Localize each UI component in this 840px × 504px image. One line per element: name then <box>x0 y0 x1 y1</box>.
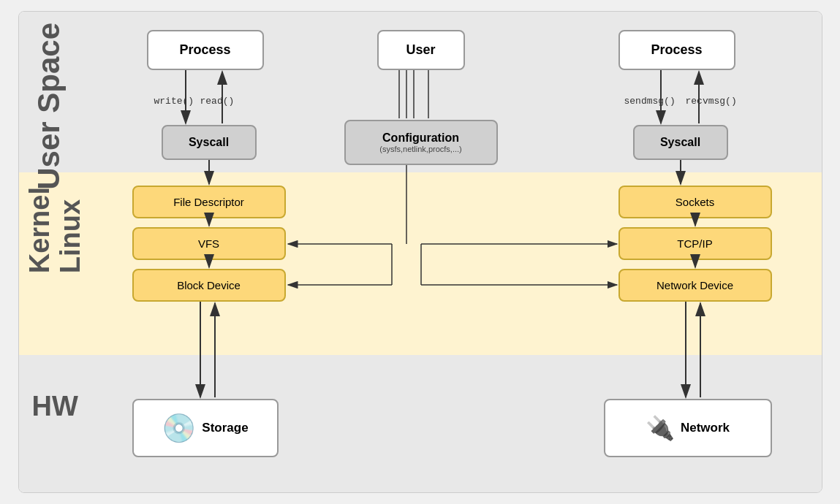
block-device-box: Block Device <box>132 269 286 302</box>
network-hw-icon: 🔌 <box>646 414 675 442</box>
syscall-right-label: Syscall <box>660 136 700 149</box>
user-space-label: User Space <box>32 23 66 190</box>
file-descriptor-box: File Descriptor <box>132 186 286 218</box>
syscall-left-label: Syscall <box>189 136 229 149</box>
file-descriptor-label: File Descriptor <box>173 196 244 208</box>
read-annotation: read() <box>200 96 235 107</box>
syscall-left-box: Syscall <box>162 125 257 160</box>
tcp-ip-box: TCP/IP <box>618 227 772 260</box>
vfs-box: VFS <box>132 227 286 260</box>
storage-label: Storage <box>202 421 248 435</box>
network-device-box: Network Device <box>618 269 772 302</box>
user-center-box: User <box>377 30 465 70</box>
process-left-box: Process <box>147 30 264 70</box>
block-device-label: Block Device <box>177 279 241 291</box>
process-right-box: Process <box>618 30 735 70</box>
process-left-label: Process <box>179 42 230 58</box>
configuration-label: Configuration <box>382 131 459 145</box>
process-right-label: Process <box>651 42 702 58</box>
configuration-box: Configuration (sysfs,netlink,procfs,...) <box>344 120 498 165</box>
sockets-box: Sockets <box>618 186 772 218</box>
storage-box: 💿 Storage <box>132 399 279 457</box>
network-device-label: Network Device <box>657 279 733 291</box>
network-hw-box: 🔌 Network <box>604 399 772 457</box>
linux-kernel-label: LinuxKernel <box>25 187 86 273</box>
hw-label: HW <box>32 392 78 422</box>
syscall-right-box: Syscall <box>633 125 728 160</box>
recvmsg-annotation: recvmsg() <box>686 96 737 107</box>
network-hw-label: Network <box>681 421 730 435</box>
sendmsg-annotation: sendmsg() <box>624 96 676 107</box>
configuration-sublabel: (sysfs,netlink,procfs,...) <box>379 145 461 153</box>
user-center-label: User <box>406 42 435 58</box>
diagram-container: User Space LinuxKernel HW Process Proces… <box>18 11 822 493</box>
write-annotation: write() <box>154 96 194 107</box>
sockets-label: Sockets <box>676 196 714 208</box>
vfs-label: VFS <box>198 237 219 250</box>
storage-icon: 💿 <box>162 412 196 444</box>
tcp-ip-label: TCP/IP <box>677 237 712 250</box>
